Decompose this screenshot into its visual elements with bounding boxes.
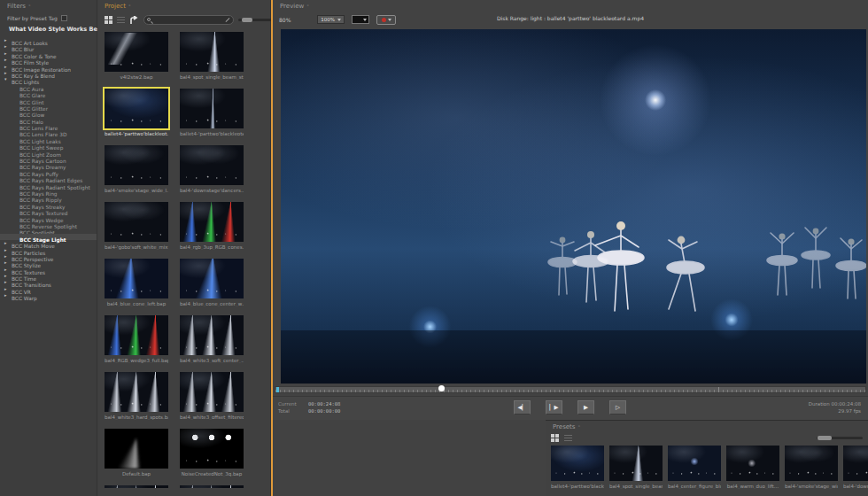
filter-tree-item[interactable]: BCC Color & Tone bbox=[0, 50, 97, 57]
clear-search-icon[interactable] bbox=[226, 18, 230, 22]
twirl-icon[interactable] bbox=[4, 50, 7, 57]
filter-tree-item[interactable]: BCC Glitter bbox=[0, 103, 97, 109]
preset-item[interactable]: bal4_white3_soft_center_… bbox=[180, 315, 244, 363]
scrollbar-handle[interactable] bbox=[818, 436, 832, 440]
grid-view-icon[interactable] bbox=[551, 434, 559, 442]
twirl-icon[interactable] bbox=[4, 57, 7, 63]
filter-tree-item[interactable]: BCC Match Move bbox=[0, 240, 97, 246]
transport-button[interactable]: ◀▏ bbox=[514, 400, 531, 415]
thumbnail-size-slider[interactable] bbox=[238, 19, 272, 21]
filter-tree-item[interactable]: BCC Glow bbox=[0, 109, 97, 115]
filter-tree-item[interactable]: BCC Rays Radiant Spotlight bbox=[0, 182, 97, 188]
scale-dropdown[interactable]: 100% bbox=[317, 15, 345, 24]
filter-tree-item[interactable]: BCC Textures bbox=[0, 267, 97, 273]
twirl-icon[interactable] bbox=[4, 260, 7, 266]
filter-tree-item[interactable]: BCC Light Zoom bbox=[0, 149, 97, 155]
presets-strip-tab[interactable]: Presets bbox=[546, 421, 868, 432]
search-input[interactable] bbox=[153, 17, 222, 22]
filmstrip-item[interactable]: bal4_center_figure_blue… bbox=[668, 446, 721, 489]
filter-tree-item[interactable]: BCC Rays Puffy bbox=[0, 168, 97, 174]
filter-tree-item[interactable]: BCC Lights bbox=[0, 76, 97, 82]
filter-tree-item[interactable]: BCC Image Restoration bbox=[0, 64, 97, 70]
twirl-icon[interactable] bbox=[4, 292, 7, 298]
filter-tree-item[interactable]: BCC Film Style bbox=[0, 57, 97, 63]
filter-tree-item[interactable]: BCC Perspective bbox=[0, 253, 97, 260]
preset-item[interactable]: bal4-'downstage'dancers… bbox=[180, 145, 244, 193]
slider-handle[interactable] bbox=[242, 18, 252, 22]
transport-button[interactable]: ▷ bbox=[609, 400, 626, 415]
filter-tree-item[interactable]: BCC VR bbox=[0, 286, 97, 292]
filter-tree-item[interactable]: BCC Warp bbox=[0, 292, 97, 298]
filter-tree-item[interactable]: BCC Lens Flare 3D bbox=[0, 128, 97, 135]
preset-item[interactable]: bal4_spot_single_beam_st… bbox=[180, 32, 244, 80]
preset-item[interactable]: NoiseCreatedNot_3q.bap bbox=[180, 429, 244, 477]
preset-item[interactable]: v4l2stw2.bap bbox=[105, 32, 168, 80]
filter-tree-item[interactable]: BCC Rays Wedge bbox=[0, 214, 97, 221]
filter-tree-item[interactable]: BCC Blur bbox=[0, 43, 97, 50]
twirl-icon[interactable] bbox=[4, 70, 7, 76]
preset-item[interactable]: bal4_top_cones_a.bap bbox=[105, 485, 168, 488]
filter-tree-item[interactable]: BCC Light Leaks bbox=[0, 136, 97, 142]
twirl-icon[interactable] bbox=[4, 253, 7, 260]
timeline-marker[interactable] bbox=[718, 387, 719, 392]
viewer-zoom-level[interactable]: 80% bbox=[279, 17, 291, 23]
filter-tree-item[interactable]: BCC Rays Dreamy bbox=[0, 161, 97, 167]
filter-tree-item[interactable]: BCC Rays Ring bbox=[0, 188, 97, 194]
filter-tree-item[interactable]: BCC Time bbox=[0, 273, 97, 279]
horizontal-scrollbar[interactable] bbox=[817, 437, 863, 439]
twirl-icon[interactable] bbox=[4, 76, 7, 82]
twirl-icon[interactable] bbox=[4, 247, 7, 253]
preset-item[interactable]: bal4_white3_offset_filtered_flat bbox=[180, 372, 244, 420]
list-view-icon[interactable] bbox=[117, 17, 125, 23]
filter-tree-item[interactable]: BCC Light Sweep bbox=[0, 142, 97, 148]
preset-item[interactable]: Default.bap bbox=[105, 429, 168, 477]
preset-item[interactable]: bal4_rgb_3up_RGB_cones… bbox=[180, 202, 244, 250]
preset-item[interactable]: bal4_RGB_wedge3_full.bap bbox=[105, 315, 168, 363]
preset-item[interactable]: bal4_blue_cone_left.bap bbox=[105, 259, 168, 306]
preset-item[interactable]: bal4-'smoke'stage_wide_l… bbox=[105, 145, 168, 193]
twirl-icon[interactable] bbox=[4, 267, 7, 273]
filmstrip-item[interactable]: bal4_spot_single_beam… bbox=[609, 446, 663, 489]
filter-tree-item[interactable]: BCC Stage Light bbox=[0, 234, 97, 240]
filter-tree-item[interactable]: BCC Rays Textured bbox=[0, 207, 97, 213]
preset-item[interactable]: bal4_white3_hard_spots.bap bbox=[105, 372, 168, 420]
list-view-icon[interactable] bbox=[564, 435, 572, 441]
filter-tree-item[interactable]: BCC Key & Blend bbox=[0, 70, 97, 76]
filmstrip-item[interactable]: bal4_warm_duo_lift… bbox=[726, 446, 779, 489]
preset-item[interactable]: ballet4-'parttwo'blackleota… bbox=[180, 89, 244, 136]
timeline-scrubber[interactable] bbox=[275, 386, 866, 393]
twirl-icon[interactable] bbox=[4, 286, 7, 292]
overlay-color-toggle[interactable] bbox=[376, 15, 396, 25]
filter-tree-item[interactable]: BCC Spotlight bbox=[0, 227, 97, 233]
filter-tree-item[interactable]: BCC Reverse Spotlight bbox=[0, 221, 97, 227]
filter-checkbox[interactable] bbox=[61, 15, 67, 21]
filter-tree-item[interactable]: BCC Rays Ripply bbox=[0, 194, 97, 200]
project-panel-tab[interactable]: Project bbox=[97, 0, 270, 12]
grid-view-icon[interactable] bbox=[105, 16, 112, 24]
filter-tree-item[interactable]: BCC Lens Flare bbox=[0, 122, 97, 128]
filmstrip-item[interactable]: bal4-'downstage'dance… bbox=[843, 446, 868, 489]
in-point-marker[interactable] bbox=[276, 387, 279, 392]
filter-tree-item[interactable]: BCC Art Looks bbox=[0, 37, 97, 43]
filter-tree-item[interactable]: BCC Particles bbox=[0, 247, 97, 253]
twirl-icon[interactable] bbox=[4, 273, 7, 279]
filmstrip-item[interactable]: bal4-'smoke'stage_wide… bbox=[785, 446, 838, 489]
filter-tree-item[interactable]: BCC Rays Streaky bbox=[0, 201, 97, 207]
filter-tree-item[interactable]: BCC Rays Cartoon bbox=[0, 155, 97, 161]
up-folder-icon[interactable] bbox=[129, 12, 139, 28]
preset-item[interactable]: bal4-'gobo'soft_white_mix… bbox=[105, 202, 168, 250]
filter-tree-item[interactable]: BCC Transitions bbox=[0, 279, 97, 285]
twirl-icon[interactable] bbox=[4, 43, 7, 50]
twirl-icon[interactable] bbox=[4, 279, 7, 285]
filter-tree-item[interactable]: BCC Glare bbox=[0, 89, 97, 96]
filmstrip-item[interactable]: ballet4-'parttwo'blackleo… bbox=[551, 446, 604, 489]
twirl-icon[interactable] bbox=[4, 240, 7, 246]
viewer-panel-tab[interactable]: Preview bbox=[273, 0, 868, 12]
twirl-icon[interactable] bbox=[4, 37, 7, 43]
transport-button[interactable]: ▏▶ bbox=[546, 400, 562, 415]
preset-item[interactable]: ballet4-'parttwo'blackleot.b bbox=[105, 89, 168, 136]
filter-tree-item[interactable]: BCC Rays Radiant Edges bbox=[0, 174, 97, 181]
background-color-swatch[interactable] bbox=[352, 15, 369, 24]
filters-panel-tab[interactable]: Filters bbox=[0, 0, 97, 12]
filter-tree-item[interactable]: BCC Glint bbox=[0, 97, 97, 103]
